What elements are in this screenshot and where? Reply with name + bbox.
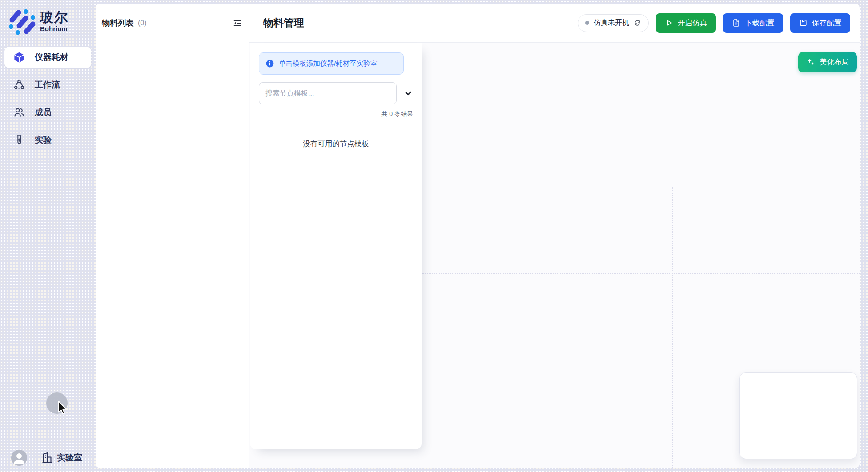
building-icon (41, 452, 53, 464)
sidebar-item-instruments[interactable]: 仪器耗材 (4, 47, 91, 68)
cube-icon (13, 52, 25, 63)
sidebar-footer: 实验室 (11, 450, 82, 466)
bohrium-logo-icon (7, 7, 36, 36)
info-banner-text: 单击模板添加仪器/耗材至实验室 (279, 59, 377, 68)
start-simulation-button[interactable]: 开启仿真 (656, 13, 716, 33)
sidebar-item-label: 工作流 (35, 79, 60, 91)
avatar-person-icon (11, 450, 27, 466)
save-config-button[interactable]: 保存配置 (790, 13, 850, 33)
save-config-label: 保存配置 (812, 18, 841, 28)
node-template-panel: 单击模板添加仪器/耗材至实验室 共 0 条结果 没有可用的节点模板 (250, 43, 422, 449)
empty-template-message: 没有可用的节点模板 (259, 139, 413, 149)
users-icon (13, 107, 25, 118)
play-icon (665, 19, 673, 27)
sidebar-item-label: 实验 (35, 134, 52, 146)
refresh-icon[interactable] (634, 19, 641, 27)
sidebar-item-members[interactable]: 成员 (4, 102, 91, 123)
sidebar-item-label: 仪器耗材 (35, 52, 68, 63)
lab-label: 实验室 (57, 452, 82, 464)
download-config-button[interactable]: 下载配置 (723, 13, 783, 33)
materials-list-title: 物料列表 (102, 18, 134, 28)
beautify-layout-label: 美化布局 (820, 57, 849, 67)
canvas-guide-horizontal (422, 273, 860, 274)
page-title: 物料管理 (263, 16, 304, 30)
user-avatar[interactable] (11, 450, 27, 466)
test-tube-icon (13, 134, 25, 146)
sidebar-item-experiments[interactable]: 实验 (4, 129, 91, 151)
canvas-guide-vertical (672, 187, 673, 468)
download-config-label: 下载配置 (745, 18, 774, 28)
file-download-icon (732, 19, 740, 27)
brand-subtitle: Bohrium (40, 25, 68, 32)
info-banner: 单击模板添加仪器/耗材至实验室 (259, 52, 404, 75)
start-simulation-label: 开启仿真 (678, 18, 707, 28)
canvas[interactable]: 单击模板添加仪器/耗材至实验室 共 0 条结果 没有可用的节点模板 美 (249, 43, 860, 468)
sparkles-icon (806, 58, 815, 67)
mouse-cursor-icon (56, 400, 70, 416)
info-icon (266, 60, 274, 68)
materials-list-count: (0) (138, 19, 147, 27)
collapse-panel-icon[interactable] (233, 18, 242, 28)
chevron-down-icon[interactable] (403, 88, 413, 98)
materials-list-panel: 物料列表 (0) (96, 4, 249, 468)
status-label: 仿真未开机 (594, 18, 629, 28)
status-dot-icon (585, 21, 589, 25)
minimap[interactable] (739, 372, 857, 459)
lab-link[interactable]: 实验室 (41, 452, 82, 464)
main-container: 物料列表 (0) 物料管理 仿真未开机 (96, 4, 860, 468)
save-icon (799, 19, 808, 27)
sidebar-item-workflow[interactable]: 工作流 (4, 74, 91, 96)
sidebar-nav: 仪器耗材 工作流 成员 (4, 47, 91, 151)
main-section: 物料管理 仿真未开机 开启仿真 (249, 4, 860, 468)
sidebar-item-label: 成员 (35, 107, 52, 118)
template-search-row (259, 82, 413, 104)
workflow-icon (13, 79, 25, 91)
template-search-input[interactable] (259, 82, 397, 104)
page-header: 物料管理 仿真未开机 开启仿真 (249, 4, 860, 43)
brand-logo: 玻尔 Bohrium (7, 7, 68, 36)
brand-name: 玻尔 (40, 10, 68, 24)
simulation-status-badge: 仿真未开机 (578, 14, 649, 32)
beautify-layout-button[interactable]: 美化布局 (798, 52, 857, 72)
materials-list-header: 物料列表 (0) (96, 4, 249, 28)
result-count: 共 0 条结果 (259, 110, 413, 118)
header-controls: 仿真未开机 开启仿真 (578, 13, 850, 33)
